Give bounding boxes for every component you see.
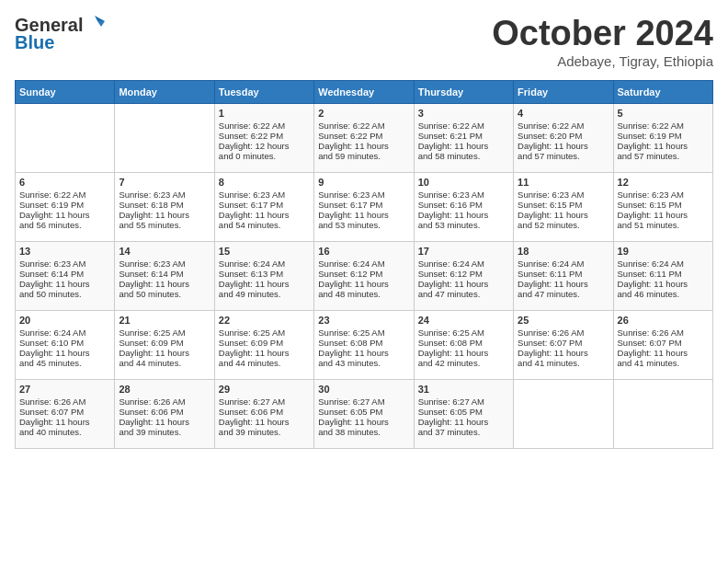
calendar-cell: 13Sunrise: 6:23 AMSunset: 6:14 PMDayligh… bbox=[16, 241, 115, 310]
day-info-line: Sunrise: 6:24 AM bbox=[19, 327, 110, 338]
day-info-line: and 47 minutes. bbox=[418, 289, 509, 299]
calendar-cell: 29Sunrise: 6:27 AMSunset: 6:06 PMDayligh… bbox=[214, 379, 313, 448]
day-info-line: Sunset: 6:22 PM bbox=[318, 131, 409, 141]
day-number: 22 bbox=[219, 315, 310, 326]
day-info-line: Sunrise: 6:26 AM bbox=[19, 396, 110, 407]
day-number: 5 bbox=[618, 108, 709, 119]
day-info-line: Daylight: 11 hours bbox=[518, 279, 609, 289]
day-info-line: Sunrise: 6:23 AM bbox=[19, 259, 110, 269]
calendar-week-row: 1Sunrise: 6:22 AMSunset: 6:22 PMDaylight… bbox=[16, 103, 713, 172]
day-info-line: Daylight: 11 hours bbox=[418, 279, 509, 289]
day-info-line: Sunset: 6:15 PM bbox=[618, 200, 709, 210]
day-number: 20 bbox=[19, 315, 110, 326]
calendar-cell: 31Sunrise: 6:27 AMSunset: 6:05 PMDayligh… bbox=[414, 379, 513, 448]
day-info-line: and 44 minutes. bbox=[119, 358, 210, 368]
day-info-line: Sunrise: 6:26 AM bbox=[119, 396, 210, 407]
day-info-line: Sunrise: 6:24 AM bbox=[318, 259, 409, 269]
day-info-line: Sunset: 6:16 PM bbox=[418, 200, 509, 210]
day-info-line: Sunrise: 6:22 AM bbox=[19, 190, 110, 200]
day-info-line: Daylight: 11 hours bbox=[219, 279, 310, 289]
calendar-cell: 25Sunrise: 6:26 AMSunset: 6:07 PMDayligh… bbox=[514, 310, 613, 379]
day-info-line: Sunset: 6:17 PM bbox=[318, 200, 409, 210]
day-info-line: Sunrise: 6:25 AM bbox=[219, 327, 310, 338]
day-number: 14 bbox=[119, 246, 210, 257]
day-info-line: Daylight: 11 hours bbox=[318, 348, 409, 358]
day-number: 15 bbox=[219, 246, 310, 257]
day-number: 16 bbox=[318, 246, 409, 257]
day-info-line: Daylight: 11 hours bbox=[318, 210, 409, 220]
day-info-line: Daylight: 11 hours bbox=[318, 141, 409, 151]
day-info-line: Daylight: 11 hours bbox=[518, 210, 609, 220]
day-info-line: and 46 minutes. bbox=[618, 289, 709, 299]
calendar-cell: 5Sunrise: 6:22 AMSunset: 6:19 PMDaylight… bbox=[613, 103, 712, 172]
logo: General Blue bbox=[15, 15, 105, 53]
calendar-cell: 11Sunrise: 6:23 AMSunset: 6:15 PMDayligh… bbox=[514, 172, 613, 241]
calendar-cell: 6Sunrise: 6:22 AMSunset: 6:19 PMDaylight… bbox=[16, 172, 115, 241]
day-info-line: Sunset: 6:08 PM bbox=[418, 338, 509, 348]
day-info-line: Sunset: 6:09 PM bbox=[119, 338, 210, 348]
calendar-cell: 20Sunrise: 6:24 AMSunset: 6:10 PMDayligh… bbox=[16, 310, 115, 379]
calendar-header-row: SundayMondayTuesdayWednesdayThursdayFrid… bbox=[16, 80, 713, 103]
day-info-line: Sunrise: 6:22 AM bbox=[219, 121, 310, 131]
day-number: 10 bbox=[418, 177, 509, 188]
day-info-line: and 39 minutes. bbox=[219, 427, 310, 437]
day-info-line: Sunrise: 6:24 AM bbox=[418, 259, 509, 269]
day-info-line: Sunrise: 6:23 AM bbox=[418, 190, 509, 200]
day-info-line: Sunset: 6:05 PM bbox=[318, 407, 409, 417]
day-of-week-header: Saturday bbox=[613, 80, 712, 103]
logo-bird-icon bbox=[85, 14, 105, 34]
day-of-week-header: Thursday bbox=[414, 80, 513, 103]
calendar-cell: 28Sunrise: 6:26 AMSunset: 6:06 PMDayligh… bbox=[115, 379, 214, 448]
day-info-line: and 56 minutes. bbox=[19, 220, 110, 230]
day-number: 23 bbox=[318, 315, 409, 326]
day-number: 13 bbox=[19, 246, 110, 257]
calendar-cell: 7Sunrise: 6:23 AMSunset: 6:18 PMDaylight… bbox=[115, 172, 214, 241]
day-info-line: Sunrise: 6:25 AM bbox=[119, 327, 210, 338]
day-info-line: Sunrise: 6:23 AM bbox=[119, 259, 210, 269]
day-number: 19 bbox=[618, 246, 709, 257]
day-of-week-header: Sunday bbox=[16, 80, 115, 103]
day-info-line: and 52 minutes. bbox=[518, 220, 609, 230]
day-info-line: and 42 minutes. bbox=[418, 358, 509, 368]
day-info-line: Sunrise: 6:27 AM bbox=[219, 396, 310, 407]
day-info-line: and 53 minutes. bbox=[418, 220, 509, 230]
day-number: 28 bbox=[119, 384, 210, 395]
calendar-cell: 9Sunrise: 6:23 AMSunset: 6:17 PMDaylight… bbox=[314, 172, 414, 241]
calendar-cell bbox=[115, 103, 214, 172]
calendar-cell: 1Sunrise: 6:22 AMSunset: 6:22 PMDaylight… bbox=[214, 103, 313, 172]
day-of-week-header: Wednesday bbox=[314, 80, 414, 103]
day-info-line: and 50 minutes. bbox=[19, 289, 110, 299]
day-info-line: Sunrise: 6:22 AM bbox=[618, 121, 709, 131]
day-of-week-header: Friday bbox=[514, 80, 613, 103]
day-info-line: Sunset: 6:10 PM bbox=[19, 338, 110, 348]
day-info-line: Sunrise: 6:23 AM bbox=[518, 190, 609, 200]
day-info-line: Sunset: 6:05 PM bbox=[418, 407, 509, 417]
calendar-week-row: 13Sunrise: 6:23 AMSunset: 6:14 PMDayligh… bbox=[16, 241, 713, 310]
day-info-line: Daylight: 11 hours bbox=[119, 417, 210, 427]
day-info-line: Daylight: 11 hours bbox=[19, 210, 110, 220]
logo-blue-text: Blue bbox=[15, 32, 54, 53]
day-number: 26 bbox=[618, 315, 709, 326]
day-info-line: Daylight: 11 hours bbox=[219, 348, 310, 358]
day-number: 31 bbox=[418, 384, 509, 395]
day-info-line: Sunset: 6:07 PM bbox=[618, 338, 709, 348]
day-info-line: Sunset: 6:19 PM bbox=[618, 131, 709, 141]
day-number: 4 bbox=[518, 108, 609, 119]
svg-marker-0 bbox=[95, 16, 105, 21]
day-info-line: and 49 minutes. bbox=[219, 289, 310, 299]
calendar-cell: 23Sunrise: 6:25 AMSunset: 6:08 PMDayligh… bbox=[314, 310, 414, 379]
day-info-line: and 47 minutes. bbox=[518, 289, 609, 299]
day-info-line: Sunset: 6:07 PM bbox=[19, 407, 110, 417]
day-info-line: and 54 minutes. bbox=[219, 220, 310, 230]
day-info-line: and 39 minutes. bbox=[119, 427, 210, 437]
calendar-cell: 21Sunrise: 6:25 AMSunset: 6:09 PMDayligh… bbox=[115, 310, 214, 379]
day-info-line: Sunrise: 6:22 AM bbox=[518, 121, 609, 131]
day-info-line: Daylight: 11 hours bbox=[19, 279, 110, 289]
calendar-cell: 16Sunrise: 6:24 AMSunset: 6:12 PMDayligh… bbox=[314, 241, 414, 310]
day-info-line: Daylight: 11 hours bbox=[119, 279, 210, 289]
day-info-line: Daylight: 11 hours bbox=[318, 279, 409, 289]
calendar-table: SundayMondayTuesdayWednesdayThursdayFrid… bbox=[15, 80, 713, 449]
calendar-cell: 2Sunrise: 6:22 AMSunset: 6:22 PMDaylight… bbox=[314, 103, 414, 172]
page-header: General Blue October 2024 Adebaye, Tigra… bbox=[15, 15, 713, 69]
calendar-cell: 18Sunrise: 6:24 AMSunset: 6:11 PMDayligh… bbox=[514, 241, 613, 310]
